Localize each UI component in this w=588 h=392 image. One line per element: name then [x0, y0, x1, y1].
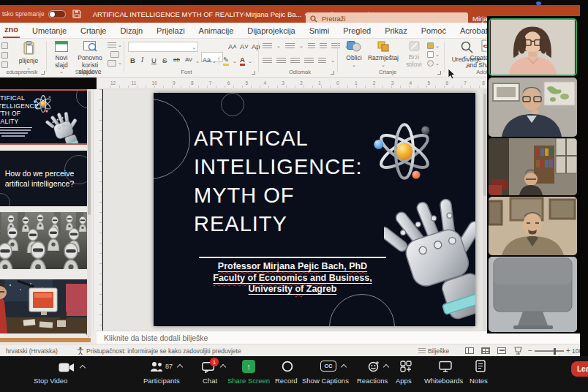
strikethrough-button[interactable]: S [162, 56, 167, 64]
shape-format-buttons[interactable]: ⌄ ⌄ ⌄ [427, 42, 440, 67]
tab-acrobat[interactable]: Acrobat [459, 24, 489, 38]
camera-icon[interactable] [59, 362, 75, 373]
tab-prijelazi[interactable]: Prijelazi [155, 24, 186, 38]
thumbnail-slide-5-partial[interactable] [0, 338, 91, 342]
tab-umetanje[interactable]: Umetanje [31, 24, 68, 38]
shrink-font-icon[interactable]: A˅ [240, 42, 249, 50]
stop-video-chevron[interactable] [80, 365, 86, 371]
slideshow-view-icon[interactable] [513, 347, 523, 355]
tab-pomoc[interactable]: Pomoć [420, 24, 448, 38]
tab-snimi[interactable]: Snimi [308, 24, 331, 38]
share-screen-icon[interactable]: ↑ [242, 360, 255, 373]
thumbnail-slide-1[interactable]: ARTIFICAL INTELLIGENCE: MYTH OF REALITY [0, 89, 91, 145]
document-title: ARTIFICAL INTELLIGENCE MYTH OF REALITY-M… [93, 10, 302, 18]
shapes-button[interactable]: Oblici ⌄ [341, 41, 367, 68]
apps-icon[interactable] [400, 361, 412, 372]
show-captions-button[interactable]: Show Captions [302, 377, 349, 385]
drawing-group-label: Crtanje [358, 69, 417, 75]
notes-toggle-button[interactable]: Bilješke [418, 347, 449, 355]
paste-button[interactable]: plijenje ⌄ [13, 41, 44, 71]
slide-layout-buttons[interactable]: ⌄ ⌄ [108, 42, 122, 67]
participants-button[interactable]: Participants [143, 377, 180, 385]
zoom-out-button[interactable]: − [528, 347, 532, 355]
notes-placeholder[interactable]: Kliknite da biste dodali bilješke [104, 333, 208, 342]
slide[interactable]: ARTIFICAL INTELLIGENCE: MYTH OF REALITY … [154, 93, 475, 326]
mouse-cursor [448, 68, 456, 80]
tab-pregled[interactable]: Pregled [342, 24, 372, 38]
clipboard-icon [23, 41, 34, 55]
alignment-buttons[interactable]: ⌄ [263, 58, 335, 64]
video-tile-2[interactable] [489, 78, 577, 137]
chat-badge: 1 [210, 358, 219, 366]
stop-video-button[interactable]: Stop Video [34, 377, 67, 385]
strike-ab-icon[interactable]: ab [173, 56, 180, 63]
zoom-slider[interactable] [535, 350, 564, 352]
clipboard-mini-icons[interactable] [1, 42, 8, 68]
thumbnail-slide-2[interactable]: How do we perceive artifical intelligenc… [0, 151, 91, 206]
arrange-button[interactable]: Razmještaj ⌄ [366, 41, 401, 68]
captions-chevron[interactable] [341, 364, 347, 370]
zoom-in-button[interactable]: + [566, 347, 570, 355]
reactions-icon[interactable] [368, 361, 380, 372]
quick-styles-button[interactable]: Brzi stilovi [402, 41, 426, 68]
slide-title[interactable]: ARTIFICAL INTELLIGENCE: MYTH OF REALITY [194, 124, 363, 238]
apps-button[interactable]: Apps [396, 377, 412, 385]
tab-dijaprojekcija[interactable]: Dijaprojekcija [246, 24, 296, 38]
dialog-launcher[interactable] [41, 71, 45, 75]
bold-button[interactable]: B [130, 56, 135, 64]
language-status[interactable]: hrvatski (Hrvatska) [6, 347, 58, 355]
tab-polazno[interactable]: zno [3, 23, 20, 38]
participants-icon[interactable] [150, 361, 163, 372]
dialog-launcher[interactable] [437, 71, 441, 75]
notes-icon[interactable] [475, 360, 486, 372]
list-buttons[interactable]: ⌄⌄⌄ [263, 43, 349, 50]
record-icon[interactable] [282, 361, 293, 372]
captions-icon[interactable]: CC [320, 361, 336, 372]
thumbnail-scrollbar[interactable] [87, 89, 91, 336]
paragraph-group-label: Odlomak [271, 69, 329, 75]
monitor-bezel-right [580, 0, 588, 356]
share-screen-button[interactable]: Share Screen [227, 377, 270, 385]
dialog-launcher[interactable] [252, 71, 255, 75]
slides-group-label: Slajdovi [48, 69, 121, 75]
slide-sorter-icon[interactable] [481, 347, 490, 354]
autosave-toggle[interactable] [48, 10, 66, 18]
reading-view-icon[interactable] [497, 347, 506, 354]
dialog-launcher[interactable] [331, 71, 334, 75]
thumbnail-slide-4[interactable] [0, 279, 91, 333]
meeting-toolbar: Stop Video 87 Participants 1 Chat ↑ Shar… [0, 356, 588, 392]
chat-button[interactable]: Chat [203, 377, 217, 385]
font-color-icon[interactable]: A [240, 56, 245, 66]
highlight-pen-icon[interactable]: ✎ [223, 56, 229, 66]
video-tile-4[interactable] [489, 197, 577, 255]
italic-button[interactable]: I [141, 56, 143, 64]
participants-chevron[interactable] [177, 364, 183, 370]
thumbnail-slide-3[interactable] [0, 212, 91, 269]
font-name-input[interactable]: ⌄ [128, 42, 198, 52]
chat-chevron[interactable] [220, 364, 226, 370]
tab-dizajn[interactable]: Dizajn [119, 24, 145, 38]
tab-crtanje[interactable]: Crtanje [79, 24, 108, 38]
video-tile-1[interactable] [489, 18, 577, 76]
grow-font-icon[interactable]: A˄ [228, 42, 237, 50]
reactions-chevron[interactable] [383, 364, 389, 370]
accessibility-status[interactable]: Pristupačnost: informirajte se kako zado… [86, 347, 241, 355]
notes-button[interactable]: Notes [470, 377, 488, 385]
whiteboards-button[interactable]: Whiteboards [424, 377, 463, 385]
reactions-button[interactable]: Reactions [357, 377, 388, 385]
tab-animacije[interactable]: Animacije [197, 24, 235, 38]
whiteboards-icon[interactable] [439, 361, 452, 372]
video-tile-5[interactable] [489, 257, 577, 332]
video-tile-3[interactable] [489, 138, 577, 195]
tab-prikaz[interactable]: Prikaz [383, 24, 409, 38]
record-button[interactable]: Record [275, 377, 298, 385]
slide-subtitle[interactable]: Professor Mirjana Pejic Bach, PhD Facult… [190, 261, 395, 295]
save-icon[interactable] [72, 10, 81, 18]
leave-button[interactable]: Leave [571, 361, 588, 377]
screen-photo: tsko spremanje ARTIFICAL INTELLIGENCE MY… [0, 0, 588, 392]
new-slide-label: Novi slajd [50, 55, 73, 69]
char-spacing-icon[interactable]: AV [185, 56, 192, 63]
normal-view-icon[interactable] [465, 347, 474, 354]
change-case-icon[interactable]: Aa [203, 56, 211, 64]
underline-button[interactable]: U [151, 56, 157, 64]
